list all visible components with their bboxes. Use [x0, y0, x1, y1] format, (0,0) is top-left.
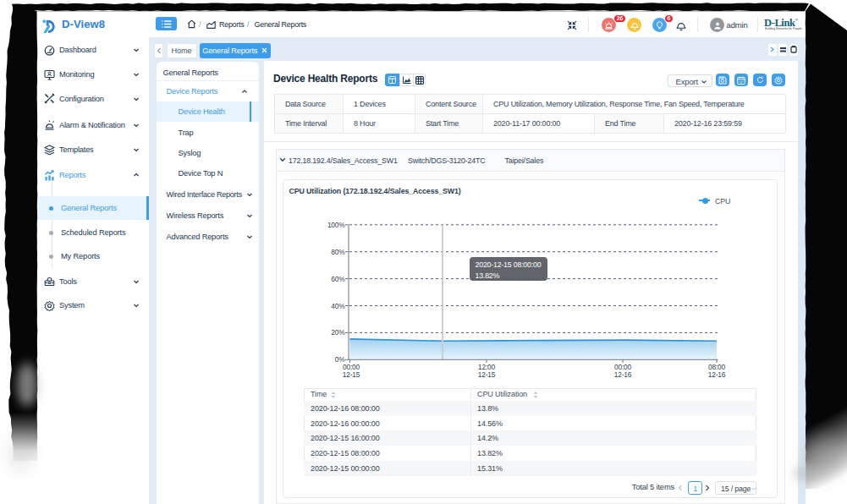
svg-text:80%: 80%	[331, 248, 345, 256]
svg-text:12-15: 12-15	[343, 370, 360, 379]
svg-text:40%: 40%	[331, 302, 345, 310]
svg-text:12-15: 12-15	[478, 370, 496, 379]
svg-text:12-16: 12-16	[614, 370, 632, 379]
svg-text:20%: 20%	[331, 328, 345, 337]
svg-text:60%: 60%	[331, 275, 345, 283]
svg-text:100%: 100%	[327, 221, 345, 229]
svg-text:12-16: 12-16	[708, 370, 726, 379]
